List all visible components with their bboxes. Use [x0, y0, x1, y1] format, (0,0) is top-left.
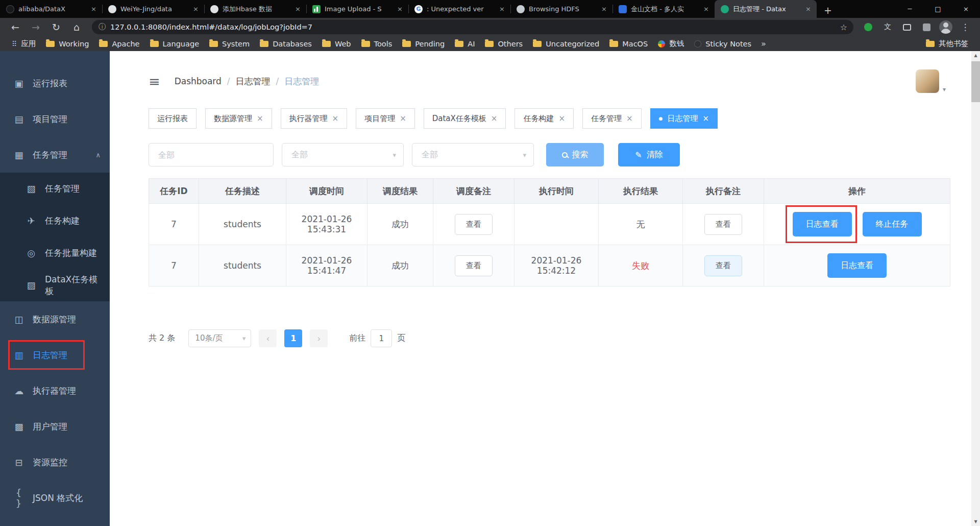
- goto-page-input[interactable]: [371, 329, 392, 347]
- translate-icon[interactable]: 文: [879, 19, 896, 35]
- tab-close-icon[interactable]: ×: [396, 5, 404, 13]
- sidebar-item-json-format[interactable]: { } JSON 格式化: [0, 480, 110, 516]
- bookmark-folder-ai[interactable]: AI: [450, 38, 479, 50]
- maximize-button[interactable]: □: [924, 0, 952, 18]
- view-schedule-note-button[interactable]: 查看: [455, 255, 493, 276]
- tag-log-manage-active[interactable]: ● 日志管理 ×: [650, 108, 718, 129]
- browser-tab-hbase[interactable]: 添加Hbase 数据 ×: [204, 0, 306, 18]
- bookmark-folder-macos[interactable]: MacOS: [605, 38, 652, 50]
- home-icon[interactable]: ⌂: [67, 19, 86, 35]
- browser-tab-dataxweb-repo[interactable]: WeiYe-Jing/data ×: [102, 0, 204, 18]
- caret-down-icon[interactable]: ▾: [943, 86, 946, 93]
- sidebar-item-user-manage[interactable]: ▩ 用户管理: [0, 409, 110, 444]
- bookmark-folder-databases[interactable]: Databases: [255, 38, 316, 50]
- extensions-puzzle-icon[interactable]: [918, 19, 935, 35]
- refresh-icon[interactable]: ↻: [47, 19, 65, 35]
- minimize-button[interactable]: ─: [896, 0, 924, 18]
- log-view-button[interactable]: 日志查看: [793, 212, 852, 236]
- page-1-button[interactable]: 1: [284, 329, 302, 347]
- bookmark-folder-language[interactable]: Language: [145, 38, 204, 50]
- browser-tab-unexpected[interactable]: G : Unexpected ver ×: [408, 0, 510, 18]
- job-filter-input[interactable]: [149, 143, 274, 166]
- bookmark-folder-apache[interactable]: Apache: [94, 38, 144, 50]
- bookmark-folder-tools[interactable]: Tools: [357, 38, 397, 50]
- page-scrollbar[interactable]: ▲ ▼: [971, 51, 980, 526]
- page-size-select[interactable]: 10条/页 ▾: [188, 329, 251, 347]
- inbox-extension-icon[interactable]: [898, 19, 916, 35]
- user-menu[interactable]: ▾: [916, 69, 946, 93]
- tag-close-icon[interactable]: ×: [558, 114, 565, 123]
- tag-close-icon[interactable]: ×: [626, 114, 633, 123]
- sidebar-item-task-manage[interactable]: ▧ 任务管理: [0, 173, 110, 205]
- user-avatar[interactable]: [916, 69, 939, 93]
- tag-task-manage[interactable]: 任务管理 ×: [582, 108, 642, 129]
- prev-page-button[interactable]: ‹: [259, 329, 277, 347]
- sidebar-item-resource-monitor[interactable]: ⊟ 资源监控: [0, 444, 110, 480]
- tag-run-report[interactable]: 运行报表: [149, 108, 197, 129]
- view-exec-note-button[interactable]: 查看: [704, 255, 742, 276]
- kill-task-button[interactable]: 终止任务: [863, 212, 922, 236]
- scrollbar-thumb[interactable]: [971, 61, 980, 102]
- scroll-up-icon[interactable]: ▲: [971, 51, 980, 60]
- bookmark-folder-working[interactable]: Working: [41, 38, 93, 50]
- tag-close-icon[interactable]: ×: [400, 114, 406, 123]
- browser-tab-log-manage-active[interactable]: 日志管理 - Datax ×: [715, 0, 817, 18]
- new-tab-button[interactable]: +: [821, 4, 835, 18]
- back-icon[interactable]: ←: [6, 19, 24, 35]
- forward-icon[interactable]: →: [27, 19, 45, 35]
- bookmark-sticky-notes[interactable]: Sticky Notes: [690, 38, 756, 50]
- close-window-button[interactable]: ×: [952, 0, 980, 18]
- sidebar-toggle-icon[interactable]: ≡: [149, 74, 160, 89]
- tag-executor-manage[interactable]: 执行器管理 ×: [281, 108, 348, 129]
- tag-task-build[interactable]: 任务构建 ×: [514, 108, 574, 129]
- view-exec-note-button[interactable]: 查看: [704, 214, 742, 235]
- bookmark-folder-others[interactable]: Others: [480, 38, 527, 50]
- clear-button[interactable]: ✎ 清除: [618, 143, 680, 166]
- tab-close-icon[interactable]: ×: [191, 5, 200, 13]
- sidebar-item-task-build[interactable]: ✈ 任务构建: [0, 205, 110, 237]
- other-bookmarks[interactable]: 其他书签: [921, 37, 973, 50]
- tag-close-icon[interactable]: ×: [332, 114, 339, 123]
- breadcrumb-log-manage[interactable]: 日志管理: [236, 76, 271, 87]
- tag-datax-template[interactable]: DataX任务模板 ×: [424, 108, 506, 129]
- bookmark-folder-uncategorized[interactable]: Uncategorized: [528, 38, 604, 50]
- scroll-down-icon[interactable]: ▼: [971, 517, 980, 526]
- tab-close-icon[interactable]: ×: [804, 5, 813, 13]
- tag-close-icon[interactable]: ×: [702, 114, 709, 123]
- extension-green-icon[interactable]: [860, 19, 877, 35]
- site-info-icon[interactable]: ⓘ: [99, 22, 106, 32]
- bookmark-shuqian[interactable]: 数钱: [653, 37, 689, 50]
- tag-close-icon[interactable]: ×: [257, 114, 263, 123]
- sidebar-item-datax-template[interactable]: ▨ DataX任务模板: [0, 269, 110, 301]
- browser-tab-image-upload[interactable]: Image Upload - S ×: [306, 0, 408, 18]
- browser-tab-datax-repo[interactable]: alibaba/DataX ×: [0, 0, 102, 18]
- sidebar-item-log-manage[interactable]: ▥ 日志管理: [0, 337, 110, 373]
- sidebar-item-executor-manage[interactable]: ☁ 执行器管理: [0, 373, 110, 409]
- tab-close-icon[interactable]: ×: [702, 5, 710, 13]
- tag-close-icon[interactable]: ×: [491, 114, 498, 123]
- filter-select-2[interactable]: 全部 ▾: [412, 143, 534, 166]
- sidebar-item-task-batch-build[interactable]: ◎ 任务批量构建: [0, 237, 110, 269]
- bookmark-folder-web[interactable]: Web: [317, 38, 356, 50]
- sidebar-item-datasource-manage[interactable]: ◫ 数据源管理: [0, 301, 110, 337]
- search-button[interactable]: 搜索: [546, 143, 604, 166]
- bookmark-star-icon[interactable]: ☆: [837, 20, 850, 34]
- view-schedule-note-button[interactable]: 查看: [455, 214, 493, 235]
- sidebar-item-task-manage-group[interactable]: ▦ 任务管理 ∧: [0, 137, 110, 173]
- tab-close-icon[interactable]: ×: [293, 5, 302, 13]
- bookmark-folder-pending[interactable]: Pending: [398, 38, 449, 50]
- bookmark-folder-system[interactable]: System: [205, 38, 254, 50]
- address-bar[interactable]: ⓘ 127.0.0.1:8080/index.html#/datax/log/j…: [92, 20, 853, 34]
- bookmark-apps[interactable]: ⠿ 应用: [7, 37, 40, 50]
- bookmarks-overflow-icon[interactable]: »: [757, 39, 770, 49]
- browser-profile-avatar[interactable]: [937, 19, 954, 35]
- browser-menu-icon[interactable]: ⋮: [957, 19, 974, 35]
- tab-close-icon[interactable]: ×: [498, 5, 506, 13]
- sidebar-item-project-manage[interactable]: ▤ 项目管理: [0, 101, 110, 137]
- tab-close-icon[interactable]: ×: [89, 5, 98, 13]
- tab-close-icon[interactable]: ×: [600, 5, 608, 13]
- tag-project-manage[interactable]: 项目管理 ×: [356, 108, 415, 129]
- browser-tab-hdfs[interactable]: Browsing HDFS ×: [510, 0, 612, 18]
- filter-select-1[interactable]: 全部 ▾: [282, 143, 404, 166]
- next-page-button[interactable]: ›: [310, 329, 328, 347]
